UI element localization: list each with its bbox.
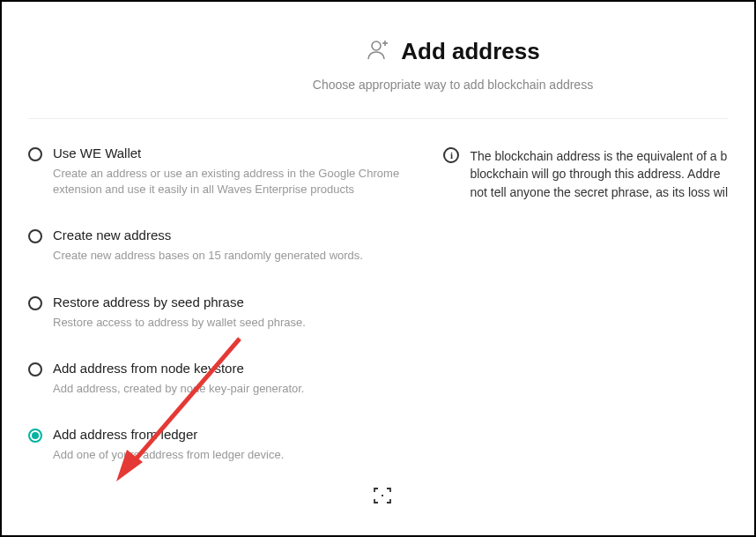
option-text: Add address from node keystore Add addre…: [53, 361, 408, 397]
info-panel: i The blockchain address is the equivale…: [408, 145, 728, 463]
page-subtitle: Choose appropriate way to add blockchain…: [28, 78, 728, 92]
svg-rect-3: [382, 495, 383, 496]
page-title: Add address: [401, 38, 540, 65]
scan-icon[interactable]: [372, 485, 393, 506]
radio-icon: [28, 362, 42, 377]
option-add-from-keystore[interactable]: Add address from node keystore Add addre…: [28, 361, 408, 397]
option-text: Restore address by seed phrase Restore a…: [53, 295, 408, 331]
content-area: Use WE Wallet Create an address or use a…: [2, 119, 754, 463]
options-list: Use WE Wallet Create an address or use a…: [28, 145, 408, 463]
radio-icon: [28, 229, 42, 243]
info-icon: i: [443, 147, 459, 163]
option-title: Restore address by seed phrase: [53, 295, 408, 310]
option-text: Add address from ledger Add one of yours…: [53, 427, 408, 463]
option-title: Use WE Wallet: [53, 145, 408, 160]
option-title: Create new address: [53, 227, 408, 242]
info-line: not tell anyone the secret phrase, as it…: [470, 183, 728, 201]
svg-point-0: [372, 41, 381, 50]
option-title: Add address from node keystore: [53, 361, 408, 376]
info-text: The blockchain address is the equivalent…: [470, 147, 728, 201]
option-use-we-wallet[interactable]: Use WE Wallet Create an address or use a…: [28, 145, 408, 198]
radio-icon: [28, 147, 42, 161]
radio-icon: [28, 429, 42, 443]
option-create-new-address[interactable]: Create new address Create new address ba…: [28, 227, 408, 264]
option-restore-by-seed[interactable]: Restore address by seed phrase Restore a…: [28, 295, 408, 331]
option-text: Create new address Create new address ba…: [53, 227, 408, 264]
option-desc: Create an address or use an existing add…: [53, 166, 408, 198]
info-line: blockchain will go through this address.…: [470, 165, 728, 183]
option-desc: Restore access to address by wallet seed…: [53, 315, 408, 331]
option-desc: Create new address bases on 15 randomly …: [53, 248, 408, 264]
option-desc: Add one of yours address from ledger dev…: [53, 447, 408, 463]
add-person-icon: [366, 37, 390, 65]
option-desc: Add address, created by node key-pair ge…: [53, 381, 408, 397]
header-title-row: Add address: [28, 37, 728, 65]
page-header: Add address Choose appropriate way to ad…: [28, 2, 728, 119]
info-line: The blockchain address is the equivalent…: [470, 147, 728, 165]
option-title: Add address from ledger: [53, 427, 408, 442]
radio-icon: [28, 296, 42, 310]
option-text: Use WE Wallet Create an address or use a…: [53, 145, 408, 198]
option-add-from-ledger[interactable]: Add address from ledger Add one of yours…: [28, 427, 408, 463]
